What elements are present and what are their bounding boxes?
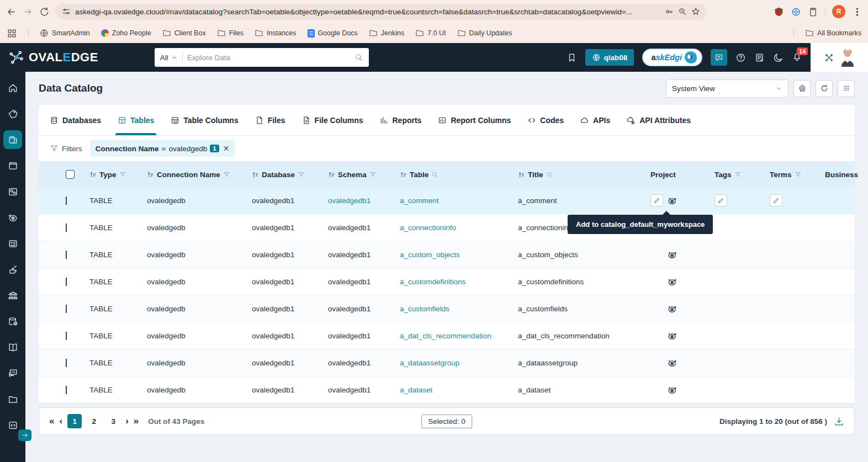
environment-button[interactable]: qlab08 bbox=[585, 49, 634, 66]
cell-table-link[interactable]: a_dat_cls_recommendation bbox=[400, 332, 518, 340]
view-selector-dropdown[interactable]: System View bbox=[666, 79, 788, 98]
sort-icon[interactable] bbox=[89, 171, 97, 178]
cell-table-link[interactable]: a_dataset bbox=[400, 386, 518, 394]
column-header-connection-name[interactable]: Connection Name bbox=[147, 171, 252, 179]
row-checkbox[interactable] bbox=[66, 251, 67, 259]
apps-grid-icon[interactable] bbox=[7, 28, 17, 39]
column-header-schema[interactable]: Schema bbox=[328, 171, 400, 179]
bookmark-files[interactable]: Files bbox=[217, 29, 244, 38]
add-to-workspace-icon[interactable] bbox=[667, 249, 678, 260]
bookmark-jenkins[interactable]: Jenkins bbox=[369, 29, 404, 38]
sort-icon[interactable] bbox=[518, 171, 525, 178]
search-scope-dropdown[interactable]: All bbox=[160, 54, 178, 62]
cell-schema[interactable]: ovaledgedb1 bbox=[328, 251, 400, 259]
page-2-button[interactable]: 2 bbox=[87, 414, 101, 428]
column-search-icon[interactable] bbox=[546, 171, 553, 178]
cell-schema[interactable]: ovaledgedb1 bbox=[328, 197, 400, 205]
cell-table-link[interactable]: a_connectioninfo bbox=[400, 224, 518, 232]
reload-icon[interactable] bbox=[39, 6, 50, 17]
release-notes-icon[interactable] bbox=[754, 52, 765, 63]
sidebar-collaboration[interactable] bbox=[3, 364, 22, 383]
tab-tables[interactable]: Tables bbox=[118, 105, 154, 135]
edit-terms-button[interactable] bbox=[770, 194, 782, 206]
tab-files[interactable]: Files bbox=[255, 105, 285, 135]
sidebar-projects[interactable] bbox=[3, 390, 22, 408]
bookmark-instances[interactable]: Instances bbox=[255, 29, 297, 38]
row-checkbox[interactable] bbox=[66, 305, 67, 313]
sidebar-governance[interactable] bbox=[3, 286, 22, 305]
cell-table-link[interactable]: a_custom_objects bbox=[400, 251, 518, 259]
bookmark-icon[interactable] bbox=[567, 52, 577, 63]
cell-schema[interactable]: ovaledgedb1 bbox=[328, 386, 400, 394]
sidebar-data-quality[interactable] bbox=[3, 234, 22, 253]
column-header-type[interactable]: Type bbox=[89, 171, 147, 179]
bookmark-client-box[interactable]: Client Box bbox=[162, 29, 206, 38]
notifications[interactable]: 14 bbox=[792, 51, 802, 64]
bookmark-zoho-people[interactable]: Zoho People bbox=[101, 29, 151, 37]
filter-funnel-icon[interactable] bbox=[298, 171, 305, 178]
help-icon[interactable] bbox=[735, 52, 746, 63]
password-key-icon[interactable] bbox=[665, 7, 674, 16]
dark-mode-moon-icon[interactable] bbox=[773, 52, 784, 63]
tab-api-attributes[interactable]: API Attributes bbox=[627, 105, 691, 135]
cell-table-link[interactable]: a_comment bbox=[400, 197, 518, 205]
search-icon[interactable] bbox=[354, 53, 363, 62]
row-checkbox[interactable] bbox=[66, 224, 67, 232]
row-checkbox[interactable] bbox=[66, 197, 67, 205]
bookmark-star-icon[interactable] bbox=[691, 7, 700, 16]
ovaledge-logo[interactable]: OVALEDGE bbox=[8, 49, 98, 66]
tab-table-columns[interactable]: Table Columns bbox=[171, 105, 238, 135]
download-icon[interactable] bbox=[834, 416, 844, 427]
sort-icon[interactable] bbox=[252, 171, 259, 178]
refresh-button[interactable] bbox=[816, 80, 833, 97]
add-to-workspace-icon[interactable] bbox=[667, 358, 678, 368]
first-page-button[interactable]: « bbox=[49, 416, 54, 427]
column-search-icon[interactable] bbox=[431, 171, 438, 178]
askedgi-button[interactable]: askEdgi bbox=[642, 49, 702, 66]
filter-chip-connection-name[interactable]: Connection Name = ovaledgedb 1 ✕ bbox=[90, 140, 235, 157]
filter-funnel-icon[interactable] bbox=[795, 171, 802, 178]
add-to-workspace-icon[interactable] bbox=[667, 304, 678, 314]
edit-project-button[interactable] bbox=[650, 194, 663, 206]
cell-table-link[interactable]: a_dataassetgroup bbox=[400, 359, 518, 367]
snowflake-extension-icon[interactable] bbox=[791, 7, 801, 17]
tab-reports[interactable]: Reports bbox=[379, 105, 421, 135]
sidebar-data-catalog[interactable] bbox=[3, 130, 22, 149]
cell-table-link[interactable]: a_customfields bbox=[400, 305, 518, 313]
sidebar-data-sources[interactable] bbox=[3, 312, 22, 331]
clipboard-extension-icon[interactable] bbox=[808, 7, 818, 17]
sort-icon[interactable] bbox=[400, 171, 407, 178]
cell-schema[interactable]: ovaledgedb1 bbox=[328, 332, 400, 340]
column-header-terms[interactable]: Terms bbox=[770, 171, 825, 179]
user-profile-panel[interactable] bbox=[811, 43, 868, 72]
all-bookmarks[interactable]: All Bookmarks bbox=[805, 29, 861, 38]
last-page-button[interactable]: » bbox=[134, 416, 139, 427]
sidebar-literacy[interactable] bbox=[3, 338, 22, 357]
adblock-extension-icon[interactable] bbox=[774, 7, 784, 17]
view-settings-button[interactable] bbox=[793, 80, 811, 97]
next-page-button[interactable]: › bbox=[125, 416, 129, 427]
cell-schema[interactable]: ovaledgedb1 bbox=[328, 305, 400, 313]
tab-file-columns[interactable]: File Columns bbox=[302, 105, 363, 135]
cell-schema[interactable]: ovaledgedb1 bbox=[328, 224, 400, 232]
column-header-database[interactable]: Database bbox=[252, 171, 328, 179]
sidebar-askedgi[interactable] bbox=[3, 208, 22, 227]
search-input[interactable]: Explore Data bbox=[187, 54, 350, 62]
forward-icon[interactable] bbox=[22, 6, 33, 17]
column-header-tags[interactable]: Tags bbox=[714, 171, 770, 179]
sidebar-home[interactable] bbox=[3, 78, 22, 97]
back-icon[interactable] bbox=[6, 6, 17, 17]
add-to-workspace-icon[interactable] bbox=[667, 331, 678, 341]
bookmark-google-docs[interactable]: Google Docs bbox=[308, 29, 358, 38]
global-search[interactable]: All Explore Data bbox=[155, 48, 369, 67]
edit-tags-button[interactable] bbox=[714, 194, 727, 206]
column-settings-button[interactable] bbox=[838, 80, 855, 97]
add-to-workspace-icon[interactable] bbox=[667, 195, 678, 206]
sidebar-tags[interactable] bbox=[3, 104, 22, 123]
column-header-title[interactable]: Title bbox=[518, 171, 650, 179]
select-all-checkbox[interactable] bbox=[66, 170, 75, 179]
cell-schema[interactable]: ovaledgedb1 bbox=[328, 359, 400, 367]
prev-page-button[interactable]: ‹ bbox=[59, 416, 62, 427]
tab-apis[interactable]: APIs bbox=[580, 105, 610, 135]
page-1-button[interactable]: 1 bbox=[67, 414, 82, 428]
